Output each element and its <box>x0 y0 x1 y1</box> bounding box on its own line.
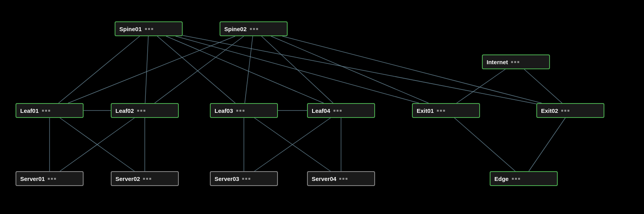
node-server04[interactable]: Server04 <box>307 171 375 186</box>
connection-leaf02-server01 <box>60 118 134 171</box>
node-server01[interactable]: Server01 <box>16 171 84 186</box>
node-label-exit01: Exit01 <box>417 107 434 114</box>
node-leaf04[interactable]: Leaf04 <box>307 103 375 118</box>
node-leaf02[interactable]: Leaf02 <box>111 103 179 118</box>
node-dots-server04 <box>339 178 347 180</box>
node-dots-exit02 <box>561 110 569 112</box>
node-label-spine01: Spine01 <box>119 26 142 32</box>
node-dots-leaf03 <box>236 110 244 112</box>
node-label-server04: Server04 <box>312 175 336 182</box>
node-label-server02: Server02 <box>115 175 140 182</box>
connection-internet-exit02 <box>524 69 562 103</box>
connection-internet-exit01 <box>457 69 505 103</box>
node-label-spine02: Spine02 <box>224 26 247 32</box>
node-leaf01[interactable]: Leaf01 <box>16 103 84 118</box>
node-edge[interactable]: Edge <box>490 171 558 186</box>
connection-spine02-exit01 <box>271 36 428 103</box>
node-label-server01: Server01 <box>20 175 45 182</box>
network-diagram: Spine01Spine02InternetLeaf01Leaf02Leaf03… <box>0 0 644 214</box>
connection-spine01-exit02 <box>183 35 536 104</box>
node-label-edge: Edge <box>494 175 509 182</box>
node-internet[interactable]: Internet <box>482 54 550 69</box>
connection-spine02-leaf02 <box>155 36 244 103</box>
node-label-server03: Server03 <box>215 175 239 182</box>
connection-spine01-leaf04 <box>166 36 323 103</box>
connection-spine02-leaf01 <box>68 36 235 103</box>
connection-spine02-leaf03 <box>245 36 253 103</box>
node-label-leaf04: Leaf04 <box>312 107 330 114</box>
connection-exit02-edge <box>529 118 565 171</box>
node-label-leaf02: Leaf02 <box>115 107 134 114</box>
node-dots-server03 <box>242 178 250 180</box>
node-dots-exit01 <box>437 110 445 112</box>
connection-spine01-leaf03 <box>157 36 236 103</box>
node-exit01[interactable]: Exit01 <box>412 103 480 118</box>
node-dots-leaf02 <box>137 110 145 112</box>
node-dots-server02 <box>143 178 151 180</box>
connection-leaf04-server03 <box>255 118 331 171</box>
node-dots-leaf04 <box>333 110 342 112</box>
connection-leaf01-server02 <box>60 118 134 171</box>
node-dots-internet <box>511 61 519 63</box>
connection-spine01-leaf01 <box>59 36 140 103</box>
node-exit02[interactable]: Exit02 <box>536 103 604 118</box>
node-server03[interactable]: Server03 <box>210 171 278 186</box>
node-spine02[interactable]: Spine02 <box>220 21 288 36</box>
connection-spine01-leaf02 <box>145 36 148 103</box>
node-dots-spine02 <box>250 28 258 30</box>
node-spine01[interactable]: Spine01 <box>115 21 183 36</box>
connection-leaf03-server04 <box>255 118 331 171</box>
connection-exit01-edge <box>454 118 515 171</box>
connection-spine02-exit02 <box>282 36 542 103</box>
node-server02[interactable]: Server02 <box>111 171 179 186</box>
node-leaf03[interactable]: Leaf03 <box>210 103 278 118</box>
node-label-leaf03: Leaf03 <box>215 107 233 114</box>
connection-spine02-leaf04 <box>262 36 333 103</box>
node-dots-server01 <box>48 178 56 180</box>
node-dots-spine01 <box>145 28 153 30</box>
node-label-internet: Internet <box>487 59 508 65</box>
node-dots-edge <box>512 178 520 180</box>
connection-spine01-exit01 <box>176 36 419 103</box>
node-dots-leaf01 <box>42 110 50 112</box>
node-label-exit02: Exit02 <box>541 107 558 114</box>
node-label-leaf01: Leaf01 <box>20 107 39 114</box>
